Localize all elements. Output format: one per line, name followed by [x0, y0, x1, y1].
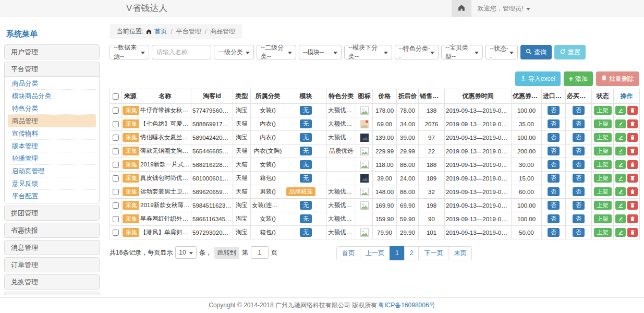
edit-button[interactable]: [615, 106, 626, 115]
edit-button[interactable]: [615, 147, 626, 155]
sidebar-subitem-feature-category[interactable]: 特色分类: [8, 102, 96, 115]
status-button[interactable]: 上架: [594, 228, 612, 237]
batch-delete-button[interactable]: 批量删除: [596, 71, 639, 86]
search-button[interactable]: 查询: [520, 45, 552, 59]
edit-button[interactable]: [615, 214, 626, 223]
edit-button[interactable]: [615, 119, 626, 128]
must-buy-toggle[interactable]: 否: [573, 174, 585, 183]
sidebar-subitem-module-goods-category[interactable]: 模块商品分类: [8, 90, 96, 102]
delete-button[interactable]: [627, 160, 638, 169]
status-button[interactable]: 上架: [594, 160, 612, 170]
page-1[interactable]: 1: [390, 246, 405, 260]
import-select-toggle[interactable]: 否: [548, 201, 560, 210]
sidebar-item-group-buy-management[interactable]: 拼团管理: [5, 206, 99, 220]
status-button[interactable]: 上架: [594, 201, 612, 210]
sidebar-item-platform-management[interactable]: 平台管理: [5, 62, 99, 76]
delete-button[interactable]: [627, 147, 638, 155]
sidebar-subitem-feedback[interactable]: 意见反馈: [8, 177, 96, 190]
sidebar-item-message-management[interactable]: 消息管理: [5, 240, 99, 255]
sidebar-item-order-management[interactable]: 订单管理: [5, 258, 99, 272]
icp-link[interactable]: 粤ICP备16098006号: [378, 301, 435, 310]
import-select-toggle[interactable]: 否: [548, 174, 560, 183]
row-checkbox[interactable]: [113, 230, 119, 236]
delete-button[interactable]: [627, 119, 638, 128]
import-select-toggle[interactable]: 否: [548, 187, 560, 197]
delete-button[interactable]: [627, 174, 638, 183]
edit-button[interactable]: [615, 174, 626, 183]
import-select-toggle[interactable]: 否: [548, 106, 560, 115]
reset-button[interactable]: 重置: [554, 45, 586, 59]
sidebar-subitem-carousel-management[interactable]: 轮播管理: [8, 152, 96, 165]
status-button[interactable]: 上架: [594, 106, 612, 115]
page-last[interactable]: 末页: [448, 246, 472, 260]
page-2[interactable]: 2: [404, 246, 419, 260]
status-button[interactable]: 上架: [594, 147, 612, 156]
status-select[interactable]: --状态--: [485, 45, 518, 59]
row-checkbox[interactable]: [113, 216, 119, 222]
import-select-toggle[interactable]: 否: [548, 147, 560, 156]
page-number-input[interactable]: [251, 246, 269, 259]
must-buy-toggle[interactable]: 否: [573, 201, 585, 210]
sidebar-subitem-goods-management[interactable]: 商品管理: [8, 115, 96, 127]
feature-category-select[interactable]: --特色分类--: [395, 45, 439, 59]
module-select[interactable]: --模块--: [299, 45, 342, 59]
status-button[interactable]: 上架: [594, 174, 612, 183]
item-type-select[interactable]: --宝贝类型--: [441, 45, 483, 59]
sidebar-subitem-splash-page-management[interactable]: 启动页管理: [8, 165, 96, 177]
page-prev[interactable]: 上一页: [360, 246, 390, 260]
delete-button[interactable]: [627, 187, 638, 196]
import-select-toggle[interactable]: 否: [548, 160, 560, 170]
sidebar-item-user-management[interactable]: 用户管理: [5, 45, 99, 59]
row-checkbox[interactable]: [113, 202, 119, 209]
edit-button[interactable]: [615, 228, 626, 237]
edit-button[interactable]: [615, 201, 626, 210]
import-select-toggle[interactable]: 否: [548, 133, 560, 142]
sidebar-subitem-platform-config[interactable]: 平台配置: [8, 190, 96, 202]
row-checkbox[interactable]: [113, 175, 119, 182]
edit-button[interactable]: [615, 160, 626, 169]
level1-category-select[interactable]: 一级分类: [214, 45, 254, 59]
must-buy-toggle[interactable]: 否: [573, 228, 585, 237]
data-source-select[interactable]: --数据来源--: [110, 45, 149, 59]
user-menu[interactable]: 欢迎您，管理员!: [471, 0, 537, 17]
home-button[interactable]: [452, 0, 471, 17]
per-page-select[interactable]: 10: [175, 246, 196, 259]
must-buy-toggle[interactable]: 否: [573, 106, 585, 115]
sidebar-subitem-version-management[interactable]: 版本管理: [8, 140, 96, 152]
import-select-toggle[interactable]: 否: [548, 119, 560, 129]
must-buy-toggle[interactable]: 否: [573, 119, 585, 129]
name-input[interactable]: [152, 45, 211, 59]
select-all-checkbox[interactable]: [113, 93, 119, 100]
delete-button[interactable]: [627, 228, 638, 237]
delete-button[interactable]: [627, 214, 638, 223]
add-button[interactable]: + 添加: [564, 71, 593, 86]
edit-button[interactable]: [615, 133, 626, 142]
edit-button[interactable]: [615, 187, 626, 196]
row-checkbox[interactable]: [113, 121, 119, 127]
status-button[interactable]: 上架: [594, 133, 612, 142]
status-button[interactable]: 上架: [594, 187, 612, 197]
sidebar-item-saving-news[interactable]: 省惠快报: [5, 223, 99, 237]
page-first[interactable]: 首页: [336, 246, 360, 260]
level2-category-select[interactable]: --二级分类--: [257, 45, 296, 59]
import-select-toggle[interactable]: 否: [548, 214, 560, 224]
must-buy-toggle[interactable]: 否: [573, 187, 585, 197]
status-button[interactable]: 上架: [594, 214, 612, 224]
row-checkbox[interactable]: [113, 189, 119, 195]
row-checkbox[interactable]: [113, 162, 119, 168]
sidebar-item-stats-management[interactable]: 统计管理: [5, 292, 99, 295]
breadcrumb-home-link[interactable]: 首页: [154, 27, 167, 36]
must-buy-toggle[interactable]: 否: [573, 160, 585, 170]
sidebar-item-exchange-management[interactable]: 兑换管理: [5, 275, 99, 289]
delete-button[interactable]: [627, 106, 638, 115]
row-checkbox[interactable]: [113, 148, 119, 154]
sidebar-subitem-goods-category[interactable]: 商品分类: [8, 77, 96, 90]
must-buy-toggle[interactable]: 否: [573, 214, 585, 224]
row-checkbox[interactable]: [113, 135, 119, 141]
must-buy-toggle[interactable]: 否: [573, 147, 585, 156]
import-excel-button[interactable]: 导入excel: [515, 71, 561, 86]
module-sub-category-select[interactable]: --模块下分类--: [344, 45, 392, 59]
page-next[interactable]: 下一页: [418, 246, 448, 260]
jump-button[interactable]: 跳转到: [214, 247, 239, 259]
delete-button[interactable]: [627, 133, 638, 142]
